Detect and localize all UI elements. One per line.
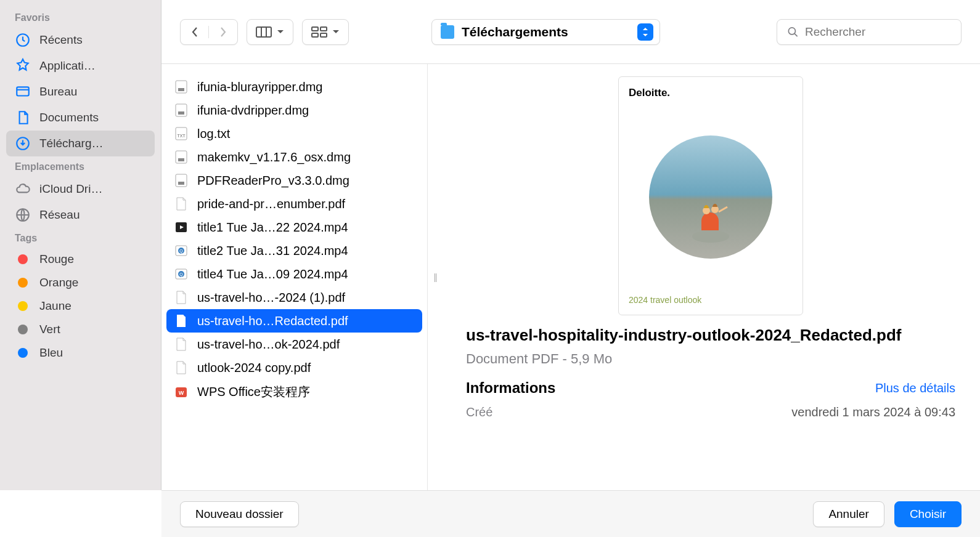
file-name-label: utlook-2024 copy.pdf [197,361,311,375]
pdf-file-icon [174,313,189,328]
globe-icon [15,207,31,223]
file-name-label: ifunia-dvdripper.dmg [197,103,309,118]
search-icon [787,26,799,38]
file-list-column[interactable]: ifunia-blurayripper.dmgifunia-dvdripper.… [161,64,428,490]
sidebar-tag-bleu[interactable]: Bleu [6,341,155,365]
file-name-label: us-travel-ho…Redacted.pdf [197,314,348,328]
sidebar-item-label: iCloud Dri… [39,182,102,196]
sidebar-item-icloud[interactable]: iCloud Dri… [6,176,155,202]
file-row[interactable]: ifunia-blurayripper.dmg [161,75,427,99]
file-name-label: makemkv_v1.17.6_osx.dmg [197,150,351,164]
svg-rect-1 [17,87,29,95]
file-row[interactable]: us-travel-ho…-2024 (1).pdf [161,286,427,309]
sidebar-item-applications[interactable]: Applicati… [6,53,155,79]
apps-icon [15,58,31,74]
dmg-file-icon [174,79,189,94]
svg-rect-5 [312,27,318,31]
sidebar-tag-orange[interactable]: Orange [6,271,155,294]
file-row[interactable]: us-travel-ho…ok-2024.pdf [161,333,427,356]
wps-file-icon: W [174,385,189,400]
sidebar-item-network[interactable]: Réseau [6,202,155,228]
file-name-label: title4 Tue Ja…09 2024.mp4 [197,267,348,281]
tag-dot-icon [18,254,28,264]
group-view-button[interactable] [302,19,349,45]
svg-rect-11 [178,88,184,91]
column-resize-handle[interactable]: ‖ [428,64,441,490]
sidebar-item-label: Orange [39,276,78,289]
sidebar-item-bureau[interactable]: Bureau [6,79,155,105]
file-row[interactable]: PDFReaderPro_v3.3.0.dmg [161,169,427,192]
file-row[interactable]: makemkv_v1.17.6_osx.dmg [161,145,427,169]
svg-point-29 [692,230,729,243]
location-label: Téléchargements [462,25,568,39]
sidebar-section-emplacements: Emplacements [6,156,155,176]
svg-rect-6 [321,27,327,31]
file-row[interactable]: TXTlog.txt [161,122,427,145]
folder-icon [441,25,454,39]
file-name-label: WPS Office安装程序 [197,384,310,400]
created-value: vendredi 1 mars 2024 à 09:43 [791,405,955,419]
forward-button[interactable] [209,26,237,38]
file-name-label: ifunia-blurayripper.dmg [197,80,322,94]
sidebar-item-recents[interactable]: Récents [6,27,155,53]
more-details-link[interactable]: Plus de détails [875,381,955,395]
search-box[interactable] [777,19,962,45]
file-name-label: PDFReaderPro_v3.3.0.dmg [197,174,349,188]
choose-button[interactable]: Choisir [894,501,962,527]
nav-button-group [180,19,238,45]
svg-rect-17 [178,158,184,161]
file-name-label: us-travel-ho…ok-2024.pdf [197,337,340,352]
content-area: Téléchargements ifunia-blurayripper.dmgi… [161,0,980,490]
svg-text:Q: Q [179,272,183,277]
pdf-file-icon [174,290,189,305]
desktop-icon [15,84,31,100]
svg-text:W: W [179,390,184,396]
sidebar-item-documents[interactable]: Documents [6,105,155,131]
sidebar-item-downloads[interactable]: Télécharg… [6,131,155,156]
sidebar-section-tags: Tags [6,228,155,248]
preview-image [629,99,793,295]
file-row[interactable]: WWPS Office安装程序 [161,379,427,405]
file-row[interactable]: ifunia-dvdripper.dmg [161,99,427,122]
location-dropdown[interactable]: Téléchargements [431,19,660,45]
sidebar-item-label: Récents [39,33,83,47]
sidebar-tag-rouge[interactable]: Rouge [6,248,155,271]
svg-rect-7 [312,33,318,37]
clock-icon [15,32,31,48]
tag-dot-icon [18,301,28,311]
file-row[interactable]: Qtitle4 Tue Ja…09 2024.mp4 [161,262,427,286]
file-row[interactable]: title1 Tue Ja…22 2024.mp4 [161,216,427,239]
sidebar-item-label: Bureau [39,85,77,99]
file-name-label: us-travel-ho…-2024 (1).pdf [197,291,345,305]
sidebar-tag-jaune[interactable]: Jaune [6,294,155,318]
column-view-button[interactable] [247,19,293,45]
file-name-label: log.txt [197,127,230,141]
file-name-label: pride-and-pr…enumber.pdf [197,197,345,211]
file-row[interactable]: us-travel-ho…Redacted.pdf [166,309,422,333]
file-row[interactable]: pride-and-pr…enumber.pdf [161,192,427,216]
cloud-icon [15,181,31,197]
preview-meta: Document PDF - 5,9 Mo [466,351,955,367]
pdf-file-icon [174,196,189,211]
preview-brand: Deloitte. [629,87,793,99]
sidebar-item-label: Documents [39,111,99,124]
tag-dot-icon [18,325,28,334]
file-browser: ifunia-blurayripper.dmgifunia-dvdripper.… [161,64,980,490]
sidebar-item-label: Vert [39,323,60,336]
sidebar-tag-vert[interactable]: Vert [6,318,155,341]
file-row[interactable]: utlook-2024 copy.pdf [161,356,427,379]
dmg-file-icon [174,103,189,118]
search-input[interactable] [805,25,951,39]
sidebar-item-label: Applicati… [39,59,96,73]
svg-text:TXT: TXT [177,134,186,138]
file-name-label: title1 Tue Ja…22 2024.mp4 [197,220,348,235]
sidebar-item-label: Réseau [39,208,80,222]
new-folder-button[interactable]: Nouveau dossier [180,501,299,527]
cancel-button[interactable]: Annuler [813,501,884,527]
back-button[interactable] [181,26,209,38]
file-row[interactable]: Qtitle2 Tue Ja…31 2024.mp4 [161,239,427,262]
preview-thumbnail: Deloitte. 2024 travel outlook [618,76,803,315]
sidebar-item-label: Rouge [39,252,74,266]
svg-text:Q: Q [179,249,183,254]
sidebar-item-label: Bleu [39,346,63,360]
